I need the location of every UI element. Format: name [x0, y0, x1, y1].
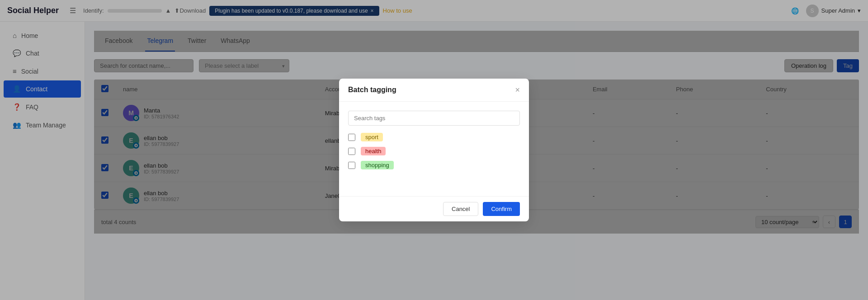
batch-tagging-modal: Batch tagging × sport health shopping [339, 79, 529, 221]
tag-label-shopping: shopping [361, 161, 394, 169]
tag-label-sport: sport [361, 133, 383, 141]
tag-row-sport: sport [348, 133, 520, 141]
modal-title: Batch tagging [348, 86, 396, 94]
tag-search-input[interactable] [348, 111, 520, 126]
tag-list: sport health shopping [348, 133, 520, 187]
tag-row-health: health [348, 147, 520, 155]
modal-header: Batch tagging × [339, 79, 529, 102]
cancel-button[interactable]: Cancel [443, 202, 478, 216]
modal-overlay: Batch tagging × sport health shopping [0, 0, 868, 300]
tag-checkbox-shopping[interactable] [348, 162, 355, 169]
tag-row-shopping: shopping [348, 161, 520, 169]
confirm-button[interactable]: Confirm [483, 202, 520, 216]
modal-close-icon[interactable]: × [515, 86, 520, 94]
modal-body: sport health shopping [339, 102, 529, 196]
tag-label-health: health [361, 147, 386, 155]
tag-checkbox-health[interactable] [348, 148, 355, 155]
tag-checkbox-sport[interactable] [348, 134, 355, 141]
modal-footer: Cancel Confirm [339, 196, 529, 221]
